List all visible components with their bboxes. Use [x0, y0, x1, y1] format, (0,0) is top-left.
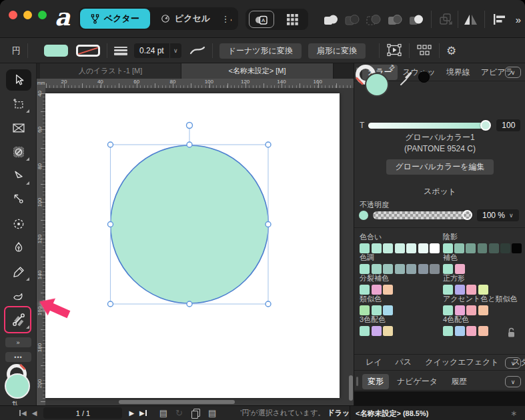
selection-handle[interactable] [266, 222, 271, 227]
color-swatch[interactable] [466, 326, 476, 336]
color-swatch[interactable] [455, 326, 465, 336]
panel-tab[interactable]: レイ [360, 355, 388, 370]
last-page-button[interactable]: ▶ [139, 409, 147, 417]
divide-icon[interactable] [386, 12, 404, 27]
stroke-width-field[interactable]: 0.24 pt ∨ [134, 43, 181, 58]
subtract-icon[interactable] [344, 12, 361, 27]
panel-tab[interactable]: ナビゲータ [392, 374, 443, 389]
vector-brush-tool[interactable] [0, 284, 37, 308]
persona-tab-vector[interactable]: ベクター [80, 9, 150, 29]
edit-global-color-button[interactable]: グローバルカラーを編集 [386, 159, 494, 175]
combine-icon[interactable] [408, 12, 425, 27]
panel-tab[interactable]: 変形 [362, 374, 389, 389]
selection-handle[interactable] [108, 301, 113, 307]
close-window-button[interactable] [9, 11, 17, 19]
panel-drag-handle[interactable] [356, 377, 358, 386]
selection-handle[interactable] [108, 222, 113, 227]
selection-handle[interactable] [187, 142, 192, 147]
intersect-icon[interactable] [365, 12, 382, 27]
swatch-group-label: 3色配色 [360, 315, 443, 325]
pencil-tool[interactable] [0, 260, 37, 284]
opacity-label: 不透明度 [360, 200, 389, 210]
selection-handle[interactable] [187, 301, 192, 307]
eyedropper-icon[interactable] [400, 70, 414, 89]
panel-tab[interactable]: パス [390, 355, 418, 370]
stroke-lines-icon[interactable] [114, 47, 127, 55]
panel-chevron-button[interactable]: ∨ [505, 376, 521, 387]
pen-tool[interactable] [0, 236, 37, 260]
next-page-button[interactable]: ▶ [129, 409, 134, 417]
pressure-curve-icon[interactable] [189, 45, 205, 57]
style-picker-toggle-icon[interactable]: A [249, 11, 274, 28]
title-bar: a ベクター ピクセル » ⋮ [0, 0, 525, 38]
color-swatch[interactable] [478, 326, 488, 336]
expand-tools-button[interactable]: » [5, 337, 31, 347]
toolbar-more-chevron[interactable]: » [510, 12, 525, 27]
tint-slider-knob[interactable] [480, 120, 491, 131]
artboard-tool[interactable] [0, 92, 37, 116]
add-icon[interactable] [322, 12, 340, 27]
circle-shape[interactable] [111, 145, 269, 303]
color-swatch[interactable] [383, 326, 393, 336]
document-tab[interactable]: 人のイラスト-1 [M] [40, 63, 181, 79]
node-tool[interactable] [0, 164, 37, 188]
page-list-icon[interactable]: ▤ [208, 408, 216, 418]
convert-selection-icon[interactable] [386, 43, 402, 59]
snapping-icon[interactable] [416, 43, 432, 59]
grid-view-icon[interactable] [280, 11, 305, 28]
opacity-value-dropdown[interactable]: 100 % ∨ [477, 209, 519, 221]
tint-slider[interactable] [368, 123, 490, 129]
picked-color-dot[interactable] [418, 71, 430, 83]
stroke-color-swatch[interactable] [76, 45, 100, 57]
horizontal-scrollbar[interactable] [119, 400, 235, 404]
pages-view-icon[interactable]: ▤ [159, 408, 167, 418]
selection-handle[interactable] [266, 142, 271, 147]
fill-color-swatch[interactable] [44, 45, 68, 57]
contour-tool[interactable] [0, 188, 37, 212]
color-swatch[interactable] [372, 326, 382, 336]
rotation-handle[interactable] [187, 123, 193, 129]
zoom-window-button[interactable] [38, 11, 47, 19]
toolbar-menu-button[interactable]: ⋮ [220, 9, 231, 28]
tab-stroke[interactable]: 境界線 [441, 65, 476, 80]
flip-icon[interactable] [462, 12, 480, 27]
panel-tab[interactable]: クイックエフェクト [420, 355, 504, 370]
point-transform-tool[interactable] [0, 212, 37, 236]
panel-chevron-button[interactable]: ∨ [505, 67, 521, 78]
vector-crop-tool[interactable] [0, 116, 37, 140]
unlock-icon[interactable] [507, 327, 516, 341]
style-picker-tool[interactable] [0, 140, 37, 164]
swatch-group-label: 陰影 [443, 232, 522, 242]
chevron-down-icon[interactable]: ∨ [509, 212, 514, 219]
affinity-designer-window: a ベクター ピクセル » ⋮ [0, 0, 525, 420]
move-tool[interactable] [0, 68, 37, 92]
convert-to-pie-button[interactable]: 扇形に変換 [308, 43, 366, 59]
tint-value[interactable]: 100 [496, 119, 520, 131]
color-swatch[interactable] [360, 326, 370, 336]
ruler-label: 40 [97, 79, 103, 85]
divider [354, 227, 525, 228]
duplicate-page-icon[interactable] [191, 409, 199, 417]
fill-color-well[interactable] [365, 73, 389, 97]
panel-tab[interactable]: 履歴 [446, 374, 472, 389]
document-tab-active[interactable]: <名称未設定> [M] [181, 63, 334, 79]
page-indicator[interactable]: 1 / 1 [43, 407, 122, 419]
chevron-down-icon[interactable]: ∨ [169, 43, 181, 58]
vertical-scrollbar[interactable] [349, 375, 353, 401]
fill-color-well[interactable] [5, 373, 30, 399]
more-tools-button[interactable]: ••• [5, 352, 31, 362]
color-swatch[interactable] [443, 326, 453, 336]
opacity-slider-knob[interactable] [462, 210, 472, 220]
selection-handle[interactable] [266, 301, 271, 307]
previous-page-button[interactable]: ◀ [32, 409, 37, 417]
gear-icon[interactable]: ⚙ [446, 44, 456, 58]
minimize-window-button[interactable] [23, 11, 32, 19]
selection-handle[interactable] [108, 142, 113, 147]
persona-tab-pixel[interactable]: ピクセル [150, 9, 221, 29]
align-icon[interactable] [491, 12, 508, 27]
first-page-button[interactable]: ◀ [19, 409, 27, 417]
swatch-group-label: 4色配色 [443, 315, 522, 325]
opacity-slider[interactable] [373, 211, 472, 219]
convert-to-donut-button[interactable]: ドーナツ形に変換 [219, 43, 302, 59]
panel-chevron-button[interactable]: ∨ [505, 357, 521, 369]
